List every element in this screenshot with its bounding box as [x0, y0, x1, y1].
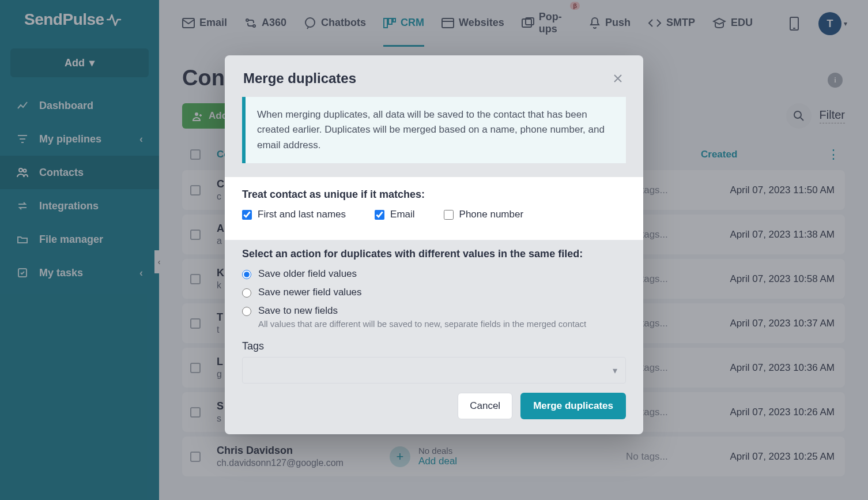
checkbox-email[interactable]: Email — [375, 209, 415, 220]
radio-label: Save older field values — [258, 268, 357, 280]
modal-title: Merge duplicates — [243, 70, 356, 87]
radio-save-new-fields[interactable]: Save to new fields All values that are d… — [242, 305, 626, 329]
checkbox-phone[interactable]: Phone number — [444, 209, 524, 220]
merge-duplicates-modal: Merge duplicates When merging duplicates… — [225, 55, 643, 434]
checkbox-input[interactable] — [242, 210, 252, 220]
tags-select[interactable]: ▾ — [242, 357, 626, 384]
radio-input[interactable] — [242, 270, 251, 279]
unique-match-heading: Treat contact as unique if it matches: — [242, 189, 626, 201]
chevron-down-icon: ▾ — [613, 365, 617, 376]
checkbox-label: Phone number — [459, 209, 524, 220]
radio-save-newer[interactable]: Save newer field values — [242, 287, 626, 298]
radio-description: All values that are different will be sa… — [258, 319, 586, 329]
radio-label: Save to new fields — [258, 305, 338, 316]
radio-label: Save newer field values — [258, 287, 362, 298]
cancel-button[interactable]: Cancel — [458, 393, 512, 419]
radio-save-older[interactable]: Save older field values — [242, 268, 626, 280]
checkbox-input[interactable] — [375, 210, 384, 220]
checkbox-input[interactable] — [444, 210, 454, 220]
checkbox-first-last-names[interactable]: First and last names — [242, 209, 346, 220]
info-banner: When merging duplicates, all data will b… — [242, 97, 626, 163]
merge-duplicates-button[interactable]: Merge duplicates — [520, 393, 626, 419]
radio-input[interactable] — [242, 307, 251, 316]
radio-input[interactable] — [242, 288, 251, 298]
close-icon[interactable] — [611, 72, 625, 85]
tags-label: Tags — [242, 340, 626, 352]
checkbox-label: First and last names — [258, 209, 346, 220]
checkbox-label: Email — [390, 209, 415, 220]
duplicate-action-heading: Select an action for duplicates with dif… — [242, 248, 626, 260]
